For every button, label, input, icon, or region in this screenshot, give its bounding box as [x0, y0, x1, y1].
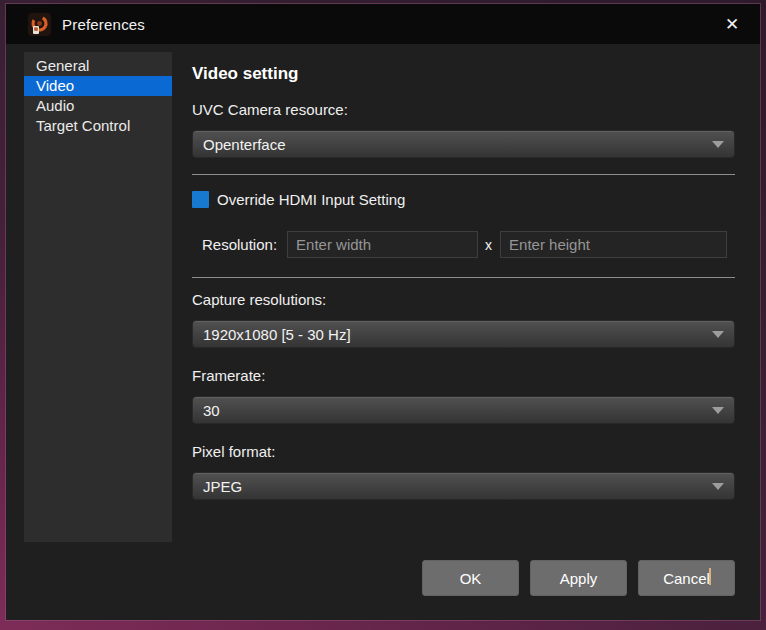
- framerate-dropdown[interactable]: 30: [192, 396, 735, 424]
- pixel-format-dropdown[interactable]: JPEG: [192, 472, 735, 500]
- separator: [192, 174, 735, 175]
- override-hdmi-label: Override HDMI Input Setting: [217, 191, 405, 208]
- window-title: Preferences: [62, 16, 145, 33]
- height-input[interactable]: [500, 231, 727, 258]
- override-hdmi-checkbox[interactable]: [192, 191, 209, 208]
- cancel-button[interactable]: Cancel: [638, 560, 735, 596]
- framerate-label: Framerate:: [192, 367, 735, 384]
- chevron-down-icon: [712, 407, 724, 414]
- chevron-down-icon: [712, 331, 724, 338]
- sidebar-item-audio[interactable]: Audio: [24, 96, 172, 116]
- titlebar[interactable]: Preferences ✕: [6, 4, 760, 44]
- uvc-camera-dropdown[interactable]: Openterface: [192, 130, 735, 158]
- sidebar: General Video Audio Target Control: [24, 52, 172, 542]
- dialog-button-row: OK Apply Cancel: [6, 560, 735, 596]
- close-icon[interactable]: ✕: [710, 4, 754, 44]
- uvc-camera-label: UVC Camera resource:: [192, 101, 735, 118]
- chevron-down-icon: [712, 141, 724, 148]
- uvc-camera-value: Openterface: [203, 136, 712, 153]
- sidebar-item-general[interactable]: General: [24, 56, 172, 76]
- framerate-value: 30: [203, 402, 712, 419]
- ok-button[interactable]: OK: [422, 560, 519, 596]
- page-title: Video setting: [192, 64, 735, 84]
- override-hdmi-row: Override HDMI Input Setting: [192, 191, 735, 208]
- preferences-window: Preferences ✕ General Video Audio Target…: [6, 4, 760, 620]
- apply-button[interactable]: Apply: [530, 560, 627, 596]
- capture-resolutions-label: Capture resolutions:: [192, 291, 735, 308]
- main-panel: Video setting UVC Camera resource: Opent…: [192, 52, 735, 500]
- resolution-row: Resolution: x: [192, 231, 735, 258]
- width-input[interactable]: [287, 231, 478, 258]
- sidebar-item-video[interactable]: Video: [24, 76, 172, 96]
- resolution-x-separator: x: [485, 237, 492, 253]
- pixel-format-value: JPEG: [203, 478, 712, 495]
- text-cursor-artifact: [709, 568, 711, 585]
- capture-resolutions-value: 1920x1080 [5 - 30 Hz]: [203, 326, 712, 343]
- capture-resolutions-dropdown[interactable]: 1920x1080 [5 - 30 Hz]: [192, 320, 735, 348]
- separator: [192, 277, 735, 278]
- sidebar-item-target-control[interactable]: Target Control: [24, 116, 172, 136]
- app-icon: [28, 13, 51, 36]
- resolution-label: Resolution:: [202, 236, 277, 253]
- chevron-down-icon: [712, 483, 724, 490]
- pixel-format-label: Pixel format:: [192, 443, 735, 460]
